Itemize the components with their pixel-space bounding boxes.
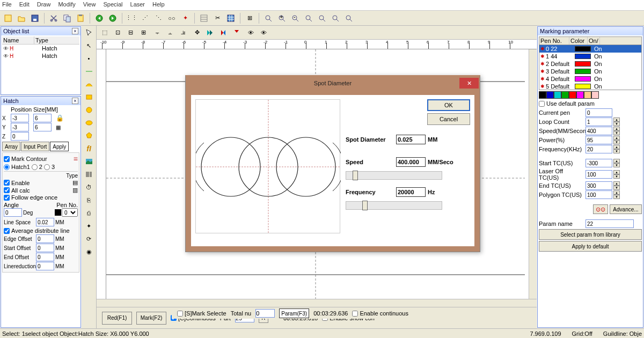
output-icon[interactable]: ⎙ — [83, 207, 95, 219]
vector-icon[interactable]: ⟳ — [83, 233, 95, 245]
marksel-checkbox[interactable] — [177, 311, 183, 317]
size-y-input[interactable] — [33, 123, 52, 131]
zoom7-icon[interactable] — [343, 12, 355, 24]
ok-button[interactable]: OK — [427, 99, 470, 111]
advance-button[interactable]: Advance... — [610, 204, 642, 214]
param-input[interactable] — [586, 181, 612, 190]
param-button[interactable]: Param(F3) — [279, 308, 309, 318]
lines-icon[interactable]: ≡ — [74, 155, 78, 163]
pen-row[interactable]: ✱2 DefaultOn — [539, 60, 641, 68]
enable-checkbox[interactable] — [4, 180, 10, 186]
lock-icon[interactable]: 🔒 — [56, 114, 72, 122]
extend-icon[interactable]: ✦ — [83, 220, 95, 232]
angle-input[interactable] — [4, 208, 22, 217]
zoom1-icon[interactable] — [262, 12, 274, 24]
end-offset-input[interactable] — [36, 253, 54, 261]
save-icon[interactable] — [29, 12, 41, 24]
menu-special[interactable]: Special — [103, 1, 122, 9]
param-input[interactable] — [586, 159, 612, 167]
color-swatch[interactable] — [561, 91, 569, 99]
hatch3-radio[interactable] — [44, 164, 50, 170]
mark-button[interactable]: Mark(F2) — [136, 312, 166, 325]
spinner[interactable]: ▲▼ — [613, 127, 620, 135]
cancel-button[interactable]: Cancel — [427, 113, 470, 125]
redo-icon[interactable] — [107, 12, 119, 24]
spinner[interactable]: ▲▼ — [613, 145, 620, 153]
align2-icon[interactable]: ⫠ — [164, 27, 176, 39]
color-swatch[interactable] — [546, 91, 554, 99]
grid-small-icon[interactable]: ▦ — [56, 124, 72, 130]
menu-draw[interactable]: Draw — [37, 1, 51, 9]
pos-y-input[interactable] — [11, 123, 29, 131]
red-button[interactable]: Red(F1) — [102, 312, 132, 325]
speed-slider[interactable] — [346, 171, 442, 180]
menu-edit[interactable]: Edit — [19, 1, 30, 9]
rect-icon[interactable] — [83, 91, 95, 103]
mirror-v-icon[interactable] — [231, 27, 243, 39]
freq-slider[interactable] — [346, 201, 442, 210]
param-input[interactable] — [586, 127, 612, 135]
follow-checkbox[interactable] — [4, 195, 10, 201]
mirror-h-icon[interactable] — [218, 27, 230, 39]
pointer-icon[interactable] — [83, 27, 95, 39]
mark-contour-checkbox[interactable] — [4, 156, 10, 162]
color-swatch[interactable] — [591, 91, 599, 99]
linered-input[interactable] — [36, 262, 54, 270]
eye2-icon[interactable]: 👁 — [258, 27, 269, 39]
size-x-input[interactable] — [33, 114, 52, 122]
param-input[interactable] — [586, 136, 612, 144]
pos-z-input[interactable] — [11, 132, 29, 141]
hatch1-radio[interactable] — [4, 164, 10, 170]
usedefault-checkbox[interactable] — [539, 101, 545, 107]
speed-input[interactable] — [396, 157, 426, 167]
new-icon[interactable] — [2, 12, 14, 24]
start-offset-input[interactable] — [36, 244, 54, 252]
dots4-icon[interactable]: ○○ — [166, 12, 178, 24]
grid-icon[interactable] — [225, 12, 237, 24]
circles-icon[interactable]: ⊙⊙ — [593, 204, 608, 214]
hatch-type2-icon[interactable]: ▥ — [72, 187, 78, 194]
total-input[interactable] — [255, 309, 275, 318]
color-swatch[interactable] — [576, 91, 584, 99]
spinner[interactable]: ▲▼ — [613, 117, 620, 126]
zoom5-icon[interactable] — [316, 12, 328, 24]
tools-icon[interactable]: ✂ — [211, 12, 223, 24]
menu-view[interactable]: View — [83, 1, 96, 9]
color-swatch[interactable] — [569, 91, 576, 99]
param-input[interactable] — [586, 108, 612, 117]
undo-icon[interactable] — [93, 12, 105, 24]
enablecont-checkbox[interactable] — [352, 311, 358, 317]
misc-icon[interactable]: ⊞ — [244, 12, 255, 24]
paramname-input[interactable] — [586, 219, 634, 228]
select-param-button[interactable]: Select param from library — [539, 229, 642, 240]
objlist-row[interactable]: 👁HHatch — [2, 52, 79, 60]
rotate-icon[interactable] — [204, 27, 216, 39]
spinner[interactable]: ▲▼ — [613, 181, 620, 190]
barcode-icon[interactable] — [83, 168, 95, 180]
pen-row[interactable]: ✱0 22On — [539, 45, 641, 53]
sel-icon[interactable]: ⬚ — [99, 27, 111, 39]
dots3-icon[interactable]: ⋱ — [152, 12, 164, 24]
encoder-icon[interactable]: ◉ — [83, 246, 95, 258]
close-icon[interactable]: × — [72, 28, 78, 34]
sel3-icon[interactable]: ⊟ — [125, 27, 136, 39]
image-icon[interactable] — [83, 156, 95, 167]
hatch-type-icon[interactable]: ▤ — [72, 179, 78, 186]
timer-icon[interactable]: ⏱ — [83, 181, 95, 193]
close-icon[interactable]: × — [72, 98, 78, 104]
open-icon[interactable] — [16, 12, 27, 24]
hatch-icon[interactable] — [198, 12, 210, 24]
scrollbar-horizontal[interactable] — [97, 299, 537, 307]
spinner[interactable]: ▲▼ — [613, 159, 620, 167]
align1-icon[interactable]: ⫟ — [151, 27, 163, 39]
allcalc-checkbox[interactable] — [4, 187, 10, 193]
menu-modify[interactable]: Modify — [58, 1, 75, 9]
array-button[interactable]: Array — [2, 142, 20, 151]
pen-select[interactable]: 0 — [62, 208, 78, 217]
objlist-row[interactable]: 👁HHatch — [2, 45, 79, 52]
edge-offset-input[interactable] — [36, 234, 54, 243]
zoom6-icon[interactable] — [330, 12, 341, 24]
cut-icon[interactable] — [48, 12, 60, 24]
spinner[interactable]: ▲▼ — [613, 190, 620, 199]
pen-row[interactable]: ✱4 DefaultOn — [539, 75, 641, 83]
